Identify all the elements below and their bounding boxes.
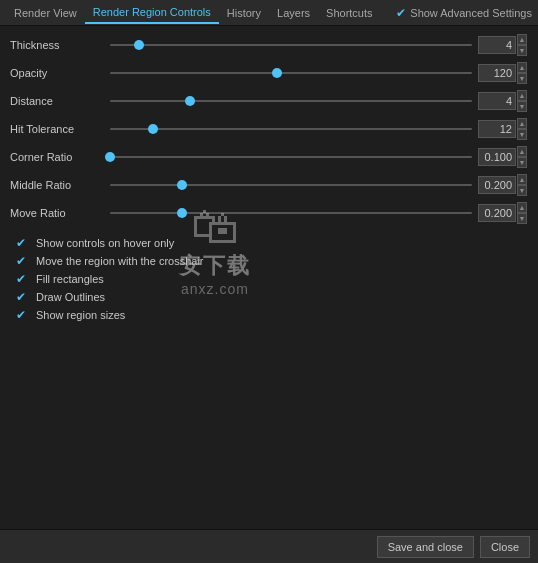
- param-value-box-5: ▲▼: [478, 174, 528, 196]
- slider-track-4: [110, 156, 472, 158]
- show-advanced-check-icon: ✔: [396, 6, 406, 20]
- param-value-input-1[interactable]: [478, 64, 516, 82]
- checkbox-label-3: Draw Outlines: [36, 291, 105, 303]
- param-row-0: Thickness▲▼: [10, 34, 528, 56]
- spin-arrows-1: ▲▼: [517, 62, 527, 84]
- spin-up-4[interactable]: ▲: [517, 146, 527, 157]
- param-value-input-3[interactable]: [478, 120, 516, 138]
- slider-container-0[interactable]: [110, 37, 472, 53]
- checkbox-check-icon-3: ✔: [16, 290, 30, 304]
- param-row-6: Move Ratio▲▼: [10, 202, 528, 224]
- param-label-3: Hit Tolerance: [10, 123, 110, 135]
- save-and-close-button[interactable]: Save and close: [377, 536, 474, 558]
- checkbox-check-icon-4: ✔: [16, 308, 30, 322]
- slider-thumb-1[interactable]: [272, 68, 282, 78]
- slider-container-3[interactable]: [110, 121, 472, 137]
- spin-down-4[interactable]: ▼: [517, 157, 527, 168]
- checkbox-label-4: Show region sizes: [36, 309, 125, 321]
- spin-up-6[interactable]: ▲: [517, 202, 527, 213]
- param-value-box-2: ▲▼: [478, 90, 528, 112]
- spin-arrows-6: ▲▼: [517, 202, 527, 224]
- tab-render-region-controls[interactable]: Render Region Controls: [85, 2, 219, 24]
- param-label-1: Opacity: [10, 67, 110, 79]
- checkbox-check-icon-1: ✔: [16, 254, 30, 268]
- param-value-input-0[interactable]: [478, 36, 516, 54]
- footer: Save and close Close: [0, 529, 538, 563]
- tab-render-view[interactable]: Render View: [6, 3, 85, 23]
- spin-arrows-2: ▲▼: [517, 90, 527, 112]
- param-value-box-3: ▲▼: [478, 118, 528, 140]
- param-value-box-0: ▲▼: [478, 34, 528, 56]
- param-label-0: Thickness: [10, 39, 110, 51]
- slider-container-2[interactable]: [110, 93, 472, 109]
- param-value-input-6[interactable]: [478, 204, 516, 222]
- checkbox-label-1: Move the region with the crosshair: [36, 255, 204, 267]
- spin-up-3[interactable]: ▲: [517, 118, 527, 129]
- spin-arrows-0: ▲▼: [517, 34, 527, 56]
- param-row-4: Corner Ratio▲▼: [10, 146, 528, 168]
- spin-up-0[interactable]: ▲: [517, 34, 527, 45]
- slider-thumb-4[interactable]: [105, 152, 115, 162]
- checkbox-row-3[interactable]: ✔Draw Outlines: [10, 290, 528, 304]
- param-value-input-4[interactable]: [478, 148, 516, 166]
- spin-up-5[interactable]: ▲: [517, 174, 527, 185]
- show-advanced-settings[interactable]: ✔ Show Advanced Settings: [396, 6, 532, 20]
- slider-thumb-3[interactable]: [148, 124, 158, 134]
- slider-container-6[interactable]: [110, 205, 472, 221]
- spin-arrows-4: ▲▼: [517, 146, 527, 168]
- slider-thumb-6[interactable]: [177, 208, 187, 218]
- param-rows: Thickness▲▼Opacity▲▼Distance▲▼Hit Tolera…: [10, 34, 528, 224]
- slider-container-4[interactable]: [110, 149, 472, 165]
- main-content: Thickness▲▼Opacity▲▼Distance▲▼Hit Tolera…: [0, 26, 538, 334]
- slider-track-6: [110, 212, 472, 214]
- slider-track-2: [110, 100, 472, 102]
- slider-thumb-2[interactable]: [185, 96, 195, 106]
- slider-container-1[interactable]: [110, 65, 472, 81]
- spin-arrows-3: ▲▼: [517, 118, 527, 140]
- slider-track-5: [110, 184, 472, 186]
- checkbox-row-0[interactable]: ✔Show controls on hover only: [10, 236, 528, 250]
- tab-shortcuts[interactable]: Shortcuts: [318, 3, 380, 23]
- param-value-box-1: ▲▼: [478, 62, 528, 84]
- slider-thumb-5[interactable]: [177, 180, 187, 190]
- spin-arrows-5: ▲▼: [517, 174, 527, 196]
- param-row-5: Middle Ratio▲▼: [10, 174, 528, 196]
- param-label-2: Distance: [10, 95, 110, 107]
- tab-bar: Render View Render Region Controls Histo…: [0, 0, 538, 26]
- tab-layers[interactable]: Layers: [269, 3, 318, 23]
- param-label-6: Move Ratio: [10, 207, 110, 219]
- spin-up-2[interactable]: ▲: [517, 90, 527, 101]
- tab-history[interactable]: History: [219, 3, 269, 23]
- checkbox-label-2: Fill rectangles: [36, 273, 104, 285]
- checkbox-row-4[interactable]: ✔Show region sizes: [10, 308, 528, 322]
- slider-track-1: [110, 72, 472, 74]
- spin-down-3[interactable]: ▼: [517, 129, 527, 140]
- spin-up-1[interactable]: ▲: [517, 62, 527, 73]
- param-value-box-4: ▲▼: [478, 146, 528, 168]
- checkbox-label-0: Show controls on hover only: [36, 237, 174, 249]
- param-value-box-6: ▲▼: [478, 202, 528, 224]
- checkbox-rows: ✔Show controls on hover only✔Move the re…: [10, 236, 528, 322]
- param-row-3: Hit Tolerance▲▼: [10, 118, 528, 140]
- spin-down-6[interactable]: ▼: [517, 213, 527, 224]
- param-value-input-5[interactable]: [478, 176, 516, 194]
- param-value-input-2[interactable]: [478, 92, 516, 110]
- checkbox-check-icon-2: ✔: [16, 272, 30, 286]
- param-row-1: Opacity▲▼: [10, 62, 528, 84]
- spin-down-2[interactable]: ▼: [517, 101, 527, 112]
- param-label-4: Corner Ratio: [10, 151, 110, 163]
- param-row-2: Distance▲▼: [10, 90, 528, 112]
- checkbox-check-icon-0: ✔: [16, 236, 30, 250]
- spin-down-0[interactable]: ▼: [517, 45, 527, 56]
- slider-track-3: [110, 128, 472, 130]
- checkbox-row-1[interactable]: ✔Move the region with the crosshair: [10, 254, 528, 268]
- slider-track-0: [110, 44, 472, 46]
- slider-container-5[interactable]: [110, 177, 472, 193]
- show-advanced-label: Show Advanced Settings: [410, 7, 532, 19]
- spin-down-1[interactable]: ▼: [517, 73, 527, 84]
- close-button[interactable]: Close: [480, 536, 530, 558]
- param-label-5: Middle Ratio: [10, 179, 110, 191]
- slider-thumb-0[interactable]: [134, 40, 144, 50]
- checkbox-row-2[interactable]: ✔Fill rectangles: [10, 272, 528, 286]
- spin-down-5[interactable]: ▼: [517, 185, 527, 196]
